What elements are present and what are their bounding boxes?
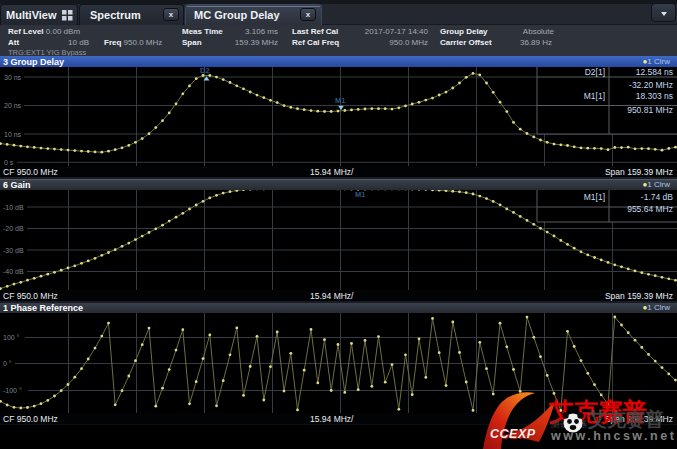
svg-text:-10 dB: -10 dB <box>3 204 24 211</box>
svg-text:12.584 ns: 12.584 ns <box>636 67 673 77</box>
svg-text:0 s: 0 s <box>4 159 14 166</box>
svg-text:D2[1]: D2[1] <box>585 67 605 77</box>
svg-text:D2: D2 <box>200 67 210 75</box>
svg-text:30 ns: 30 ns <box>4 74 22 81</box>
svg-text:20 ns: 20 ns <box>4 102 22 109</box>
svg-text:-40 dB: -40 dB <box>3 268 24 275</box>
svg-text:950.81 MHz: 950.81 MHz <box>627 105 673 115</box>
svg-text:M1: M1 <box>355 190 365 199</box>
svg-text:-100 °: -100 ° <box>3 387 22 394</box>
svg-text:-20 dB: -20 dB <box>3 225 24 232</box>
svg-text:10 ns: 10 ns <box>4 131 22 138</box>
svg-text:M1[1]: M1[1] <box>584 91 605 101</box>
svg-text:M1[1]: M1[1] <box>584 192 605 202</box>
svg-text:-32.20 MHz: -32.20 MHz <box>629 80 673 90</box>
svg-text:M1: M1 <box>335 96 345 105</box>
svg-text:-30 dB: -30 dB <box>3 247 24 254</box>
svg-text:100 °: 100 ° <box>3 334 20 341</box>
svg-text:18.303 ns: 18.303 ns <box>636 91 673 101</box>
svg-text:-1.74 dB: -1.74 dB <box>641 192 673 202</box>
svg-text:955.64 MHz: 955.64 MHz <box>627 204 673 214</box>
svg-text:0 °: 0 ° <box>3 360 12 367</box>
